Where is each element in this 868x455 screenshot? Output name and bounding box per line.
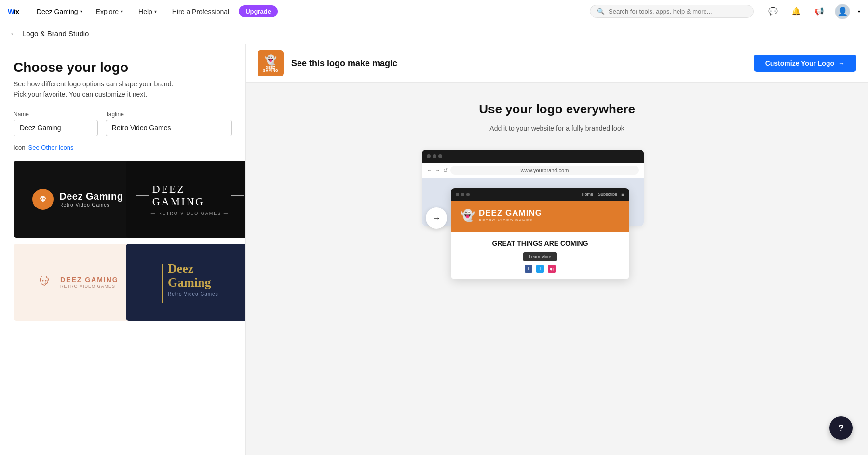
- tagline-input[interactable]: [106, 120, 232, 136]
- choose-subtitle: See how different logo options can shape…: [14, 79, 232, 99]
- choose-title: Choose your logo: [14, 60, 232, 75]
- card-dot: [461, 193, 464, 196]
- preview-area: Use your logo everywhere Add it to your …: [246, 83, 868, 455]
- back-icon: ←: [427, 167, 432, 174]
- help-button[interactable]: Help ▾: [133, 6, 163, 17]
- hire-button[interactable]: Hire a Professional: [166, 6, 235, 17]
- logo1-inner: Deez Gaming Retro Video Games: [23, 179, 133, 220]
- right-panel: 👻 DEEZGAMING See this logo make magic Cu…: [246, 44, 868, 455]
- card-dot: [456, 193, 459, 196]
- upgrade-button[interactable]: Upgrade: [239, 5, 278, 17]
- mockup-container: ← → ↺ www.yourbrand.com →: [393, 150, 721, 343]
- big-browser-topbar: [422, 150, 644, 163]
- logo3-brand-name: DEEZ GAMING: [60, 276, 119, 284]
- main-container: Choose your logo See how different logo …: [0, 44, 868, 455]
- dot-red: [427, 154, 431, 158]
- learn-more-button[interactable]: Learn More: [523, 252, 557, 261]
- bell-icon: 🔔: [791, 7, 801, 16]
- search-input[interactable]: [609, 8, 746, 15]
- twitter-icon: t: [536, 265, 544, 273]
- see-other-icons-link[interactable]: See Other Icons: [28, 144, 74, 151]
- dot-green: [438, 154, 442, 158]
- hero-brand-block: DEEZ GAMING Retro Video Games: [479, 208, 542, 222]
- card-dot: [466, 193, 470, 196]
- help-label: Help: [138, 8, 152, 15]
- logo2-line: DEEZ GAMING: [136, 183, 244, 208]
- logo-card-4[interactable]: DeezGaming Retro Video Games: [126, 244, 246, 321]
- tagline-label: Tagline: [106, 111, 232, 118]
- tagline-field-group: Tagline: [106, 111, 232, 136]
- banner-label: See this logo make magic: [291, 58, 746, 69]
- logo4-bar: [162, 264, 163, 303]
- body-heading: GREAT THINGS ARE COMING: [459, 239, 622, 248]
- logo3-tagline: Retro Video Games: [60, 284, 119, 289]
- name-input[interactable]: [14, 120, 98, 136]
- hamburger-icon: ≡: [621, 191, 624, 198]
- breadcrumb-title: Logo & Brand Studio: [22, 29, 89, 38]
- navigation-arrow: →: [426, 207, 447, 229]
- logo1-tagline: Retro Video Games: [59, 202, 123, 207]
- address-input[interactable]: www.yourbrand.com: [450, 166, 639, 175]
- back-button[interactable]: ←: [10, 29, 17, 38]
- instagram-icon: ig: [548, 265, 556, 273]
- card-nav-links: Home Subscribe: [582, 192, 617, 197]
- forward-icon: →: [435, 167, 440, 174]
- facebook-icon: f: [525, 265, 532, 273]
- arrow-right-icon: →: [838, 59, 845, 67]
- customize-logo-button[interactable]: Customize Your Logo →: [754, 55, 856, 72]
- logo-card-1[interactable]: Deez Gaming Retro Video Games: [14, 161, 142, 238]
- logo-banner: 👻 DEEZGAMING See this logo make magic Cu…: [246, 44, 868, 83]
- logo-grid: Deez Gaming Retro Video Games DEEZ GAMIN…: [14, 161, 232, 321]
- chevron-down-icon: ▾: [154, 9, 157, 14]
- broadcast-icon: 📢: [814, 7, 824, 16]
- preview-title: Use your logo everywhere: [479, 102, 635, 117]
- arrow-right-icon: →: [432, 213, 441, 223]
- logo4-text: DeezGaming Retro Video Games: [168, 262, 218, 297]
- card-dots: [456, 193, 470, 196]
- svg-point-4: [43, 198, 45, 200]
- svg-text:ix: ix: [14, 8, 20, 15]
- name-field-group: Name: [14, 111, 98, 136]
- broadcast-icon-button[interactable]: 📢: [812, 4, 827, 19]
- logo-card-2[interactable]: DEEZ GAMING — Retro Video Games —: [126, 161, 246, 238]
- logo1-text: Deez Gaming Retro Video Games: [59, 191, 123, 207]
- website-preview-card: Home Subscribe ≡ 👻 DEEZ GAMING Retro Vid…: [451, 188, 629, 279]
- logo3-icon: [37, 273, 55, 291]
- dot-yellow: [433, 154, 436, 158]
- logo1-brand-name: Deez Gaming: [59, 191, 123, 202]
- chevron-down-icon: ▾: [80, 9, 82, 14]
- search-bar: 🔍: [590, 5, 754, 18]
- icon-row: Icon See Other Icons: [14, 144, 232, 151]
- help-fab-button[interactable]: ?: [829, 416, 853, 440]
- logo1-icon: [32, 189, 54, 210]
- logo-card-3[interactable]: DEEZ GAMING Retro Video Games: [14, 244, 142, 321]
- avatar[interactable]: 👤: [835, 4, 850, 19]
- bell-icon-button[interactable]: 🔔: [788, 4, 804, 19]
- card-topbar: Home Subscribe ≡: [451, 188, 629, 201]
- svg-point-3: [41, 198, 42, 200]
- preview-subtitle: Add it to your website for a fully brand…: [489, 124, 624, 132]
- logo3-text: DEEZ GAMING Retro Video Games: [60, 276, 119, 289]
- explore-button[interactable]: Explore ▾: [90, 6, 129, 17]
- logo3-inner: DEEZ GAMING Retro Video Games: [27, 263, 128, 301]
- nav-link-home: Home: [582, 192, 593, 197]
- hire-label: Hire a Professional: [172, 8, 229, 15]
- hero-brand-name: DEEZ GAMING: [479, 208, 542, 218]
- social-icons: f t ig: [459, 265, 622, 273]
- chat-icon-button[interactable]: 💬: [765, 4, 781, 19]
- avatar-icon: 👤: [837, 6, 848, 17]
- site-name-label: Deez Gaming: [37, 8, 78, 15]
- logo-thumbnail: 👻 DEEZGAMING: [258, 50, 284, 76]
- logo4-tagline: Retro Video Games: [168, 291, 218, 297]
- breadcrumb-bar: ← Logo & Brand Studio: [0, 23, 868, 44]
- hero-section: 👻 DEEZ GAMING Retro Video Games: [451, 201, 629, 232]
- site-name-button[interactable]: Deez Gaming ▾: [33, 6, 86, 17]
- logo2-tagline: — Retro Video Games —: [151, 211, 229, 216]
- browser-nav: ← → ↺: [427, 167, 448, 174]
- logo2-dash-right: [231, 195, 244, 196]
- question-mark-icon: ?: [838, 423, 844, 434]
- logo4-inner: DeezGaming Retro Video Games: [152, 252, 228, 312]
- nav-icons: 💬 🔔 📢 👤 ▾: [765, 4, 860, 19]
- name-label: Name: [14, 111, 98, 118]
- logo2-dash-left: [136, 195, 149, 196]
